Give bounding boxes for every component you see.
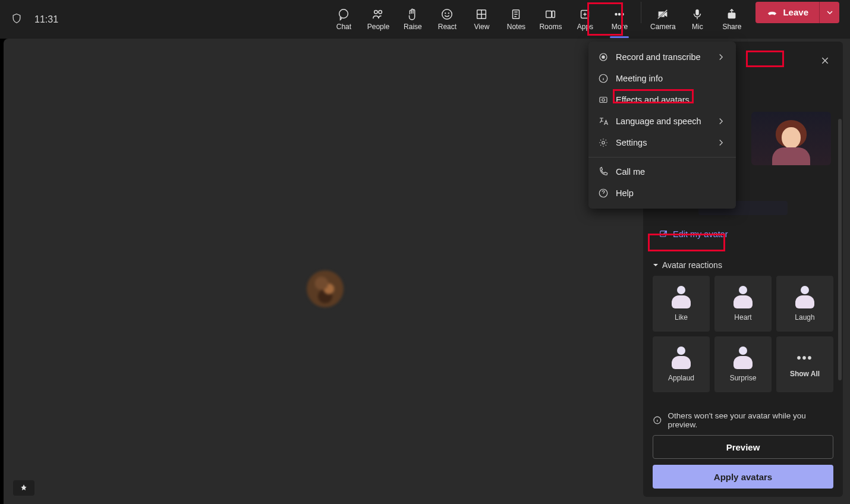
more-label: More bbox=[612, 23, 628, 31]
meeting-toolbar: Chat People Raise React View Notes Rooms bbox=[327, 2, 839, 37]
menu-settings-label: Settings bbox=[616, 138, 647, 147]
svg-point-12 bbox=[619, 14, 621, 15]
menu-effects-label: Effects and avatars bbox=[616, 95, 690, 105]
reaction-applaud[interactable]: Applaud bbox=[653, 336, 710, 392]
notes-label: Notes bbox=[507, 23, 525, 31]
svg-rect-8 bbox=[546, 11, 552, 18]
menu-call-me[interactable]: Call me bbox=[588, 161, 736, 182]
preview-button[interactable]: Preview bbox=[653, 435, 833, 459]
chat-label: Chat bbox=[336, 23, 351, 31]
chat-button[interactable]: Chat bbox=[327, 2, 360, 37]
panel-close-button[interactable] bbox=[817, 52, 833, 69]
reaction-laugh[interactable]: Laugh bbox=[776, 276, 833, 332]
reaction-showall-label: Show All bbox=[790, 370, 820, 378]
pin-button[interactable] bbox=[13, 480, 34, 496]
meeting-elapsed-time: 11:31 bbox=[34, 14, 58, 25]
meeting-topbar: 11:31 Chat People Raise React View Notes bbox=[0, 0, 850, 39]
leave-caret-button[interactable] bbox=[819, 2, 839, 23]
menu-record-label: Record and transcribe bbox=[616, 52, 701, 62]
view-label: View bbox=[474, 23, 490, 31]
reaction-surprise-label: Surprise bbox=[730, 374, 757, 382]
menu-language-label: Language and speech bbox=[616, 116, 701, 126]
avatar-reactions-toggle[interactable]: Avatar reactions bbox=[653, 260, 833, 270]
people-label: People bbox=[367, 23, 389, 31]
mic-button[interactable]: Mic bbox=[681, 2, 714, 37]
svg-point-0 bbox=[339, 10, 348, 18]
preview-info: Others won't see your avatar while you p… bbox=[653, 411, 833, 429]
share-label: Share bbox=[722, 23, 741, 31]
svg-point-19 bbox=[602, 56, 605, 59]
menu-help[interactable]: Help bbox=[588, 182, 736, 204]
svg-rect-16 bbox=[696, 10, 700, 15]
edit-avatar-link[interactable]: Edit my avatar bbox=[655, 227, 732, 241]
chevron-right-icon bbox=[716, 137, 726, 148]
notes-button[interactable]: Notes bbox=[499, 2, 533, 37]
share-button[interactable]: Share bbox=[715, 2, 748, 37]
svg-point-3 bbox=[442, 10, 452, 20]
panel-scrollbar[interactable] bbox=[838, 119, 842, 380]
svg-point-1 bbox=[374, 11, 378, 14]
reactions-header-label: Avatar reactions bbox=[662, 260, 722, 270]
reaction-like-label: Like bbox=[675, 313, 688, 322]
leave-button[interactable]: Leave bbox=[755, 2, 819, 23]
avatar-figure-icon bbox=[767, 118, 815, 165]
preview-info-text: Others won't see your avatar while you p… bbox=[668, 411, 833, 429]
svg-point-13 bbox=[622, 14, 624, 15]
leave-label: Leave bbox=[783, 7, 808, 17]
shield-icon bbox=[11, 12, 23, 27]
svg-point-22 bbox=[602, 99, 605, 102]
mic-label: Mic bbox=[692, 23, 703, 31]
svg-rect-25 bbox=[660, 231, 666, 237]
chevron-right-icon bbox=[716, 52, 726, 62]
svg-point-23 bbox=[602, 141, 605, 144]
menu-settings[interactable]: Settings bbox=[588, 132, 736, 153]
menu-meeting-info[interactable]: Meeting info bbox=[588, 68, 736, 89]
reaction-heart[interactable]: Heart bbox=[714, 276, 772, 332]
svg-point-2 bbox=[379, 11, 382, 14]
avatar-option-tile[interactable] bbox=[751, 112, 831, 165]
apps-label: Apps bbox=[577, 23, 593, 31]
apps-button[interactable]: Apps bbox=[568, 2, 602, 37]
menu-record-transcribe[interactable]: Record and transcribe bbox=[588, 46, 736, 68]
camera-label: Camera bbox=[650, 23, 676, 31]
leave-group: Leave bbox=[755, 2, 839, 23]
raise-hand-button[interactable]: Raise bbox=[396, 2, 429, 37]
participant-avatar[interactable] bbox=[307, 270, 344, 307]
apply-avatars-button[interactable]: Apply avatars bbox=[653, 465, 833, 489]
menu-language-speech[interactable]: Language and speech bbox=[588, 111, 736, 132]
menu-effects-avatars[interactable]: Effects and avatars bbox=[588, 89, 736, 111]
rooms-label: Rooms bbox=[539, 23, 562, 31]
reaction-like[interactable]: Like bbox=[653, 276, 710, 332]
react-button[interactable]: React bbox=[430, 2, 464, 37]
more-dropdown: Record and transcribe Meeting info Effec… bbox=[588, 42, 736, 209]
reaction-surprise[interactable]: Surprise bbox=[714, 336, 772, 392]
apply-button-label: Apply avatars bbox=[714, 472, 772, 482]
reaction-applaud-label: Applaud bbox=[668, 374, 694, 382]
svg-rect-9 bbox=[552, 11, 555, 18]
menu-separator bbox=[588, 157, 736, 158]
preview-button-label: Preview bbox=[726, 442, 760, 452]
view-button[interactable]: View bbox=[465, 2, 498, 37]
menu-help-label: Help bbox=[616, 188, 634, 198]
topbar-left: 11:31 bbox=[11, 12, 58, 27]
svg-point-4 bbox=[445, 13, 446, 14]
more-button[interactable]: More bbox=[603, 2, 636, 37]
chevron-right-icon bbox=[716, 116, 726, 127]
reaction-heart-label: Heart bbox=[734, 313, 751, 322]
panel-footer: Others won't see your avatar while you p… bbox=[653, 405, 833, 489]
menu-info-label: Meeting info bbox=[616, 74, 663, 83]
react-label: React bbox=[438, 23, 457, 31]
svg-point-5 bbox=[449, 13, 449, 14]
toolbar-divider bbox=[641, 2, 641, 23]
svg-point-11 bbox=[615, 14, 617, 15]
people-button[interactable]: People bbox=[361, 2, 395, 37]
camera-button[interactable]: Camera bbox=[646, 2, 679, 37]
avatar-reactions-section: Avatar reactions Like Heart Laugh Appla bbox=[653, 260, 833, 392]
svg-rect-21 bbox=[600, 97, 607, 103]
reaction-show-all[interactable]: ••• Show All bbox=[776, 336, 833, 392]
rooms-button[interactable]: Rooms bbox=[534, 2, 567, 37]
raise-label: Raise bbox=[404, 23, 422, 31]
menu-callme-label: Call me bbox=[616, 167, 645, 177]
ellipsis-icon: ••• bbox=[797, 351, 813, 365]
reactions-grid: Like Heart Laugh Applaud Surprise bbox=[653, 276, 833, 392]
